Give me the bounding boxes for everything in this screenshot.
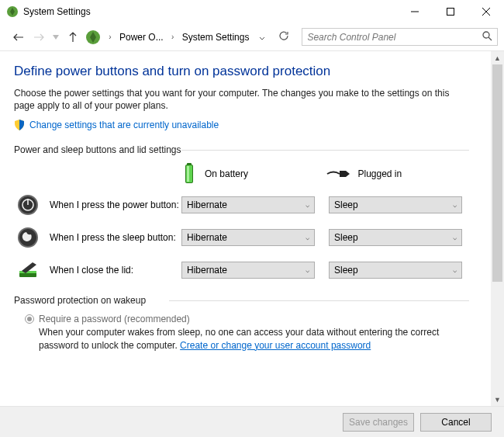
close-button[interactable]	[468, 0, 504, 23]
maximize-button[interactable]	[433, 0, 468, 23]
search-box[interactable]	[302, 28, 498, 46]
group-password-title: Password protection on wakeup	[14, 295, 469, 306]
save-button[interactable]: Save changes	[343, 413, 414, 432]
group-power-sleep-title: Power and sleep buttons and lid settings	[14, 144, 469, 155]
chevron-down-icon: ⌵	[306, 234, 309, 241]
column-headers: On battery Plugged in	[14, 163, 469, 185]
chevron-right-icon[interactable]: ›	[105, 33, 115, 41]
shield-icon	[14, 120, 25, 130]
select-value: Sleep	[334, 265, 358, 276]
radio-label: Require a password (recommended)	[39, 314, 190, 324]
search-input[interactable]	[307, 32, 482, 43]
col-plugged-label: Plugged in	[358, 168, 402, 179]
minimize-button[interactable]	[397, 0, 433, 23]
up-button[interactable]	[65, 29, 81, 45]
breadcrumb-system-settings[interactable]: System Settings	[182, 32, 250, 43]
vertical-scrollbar[interactable]: ▲ ▼	[491, 51, 504, 406]
chevron-down-icon: ⌵	[306, 266, 309, 274]
svg-line-7	[488, 37, 492, 40]
window-title: System Settings	[23, 6, 397, 17]
create-password-link[interactable]: Create or change your user account passw…	[180, 340, 371, 351]
select-value: Hibernate	[187, 265, 227, 276]
page-description: Choose the power settings that you want …	[14, 87, 469, 112]
battery-icon	[181, 163, 197, 185]
power-button-icon	[17, 194, 39, 216]
svg-rect-2	[447, 9, 454, 16]
admin-link-text: Change settings that are currently unava…	[29, 120, 219, 130]
chevron-right-icon[interactable]: ›	[168, 33, 178, 41]
select-value: Hibernate	[187, 199, 227, 210]
svg-rect-11	[187, 166, 189, 182]
select-value: Sleep	[334, 232, 358, 243]
radio-icon	[25, 314, 34, 324]
forward-button[interactable]	[31, 29, 47, 45]
row-lid-label: When I close the lid:	[50, 265, 181, 276]
navbar: › Power O... › System Settings	[0, 23, 504, 51]
plug-icon	[326, 168, 350, 179]
chevron-down-icon: ⌵	[453, 201, 457, 209]
select-sleep-plugged[interactable]: Sleep⌵	[329, 229, 462, 246]
row-power-button: When I press the power button: Hibernate…	[14, 194, 469, 216]
svg-rect-9	[187, 163, 192, 165]
chevron-down-icon: ⌵	[453, 234, 457, 241]
scroll-up-button[interactable]: ▲	[491, 51, 504, 64]
select-sleep-battery[interactable]: Hibernate⌵	[181, 229, 315, 246]
page-title: Define power buttons and turn on passwor…	[14, 64, 469, 79]
select-value: Hibernate	[187, 232, 227, 243]
scroll-down-button[interactable]: ▼	[491, 393, 504, 406]
titlebar: System Settings	[0, 0, 504, 23]
row-power-label: When I press the power button:	[50, 199, 181, 211]
select-lid-plugged[interactable]: Sleep⌵	[329, 262, 462, 279]
scroll-thumb[interactable]	[492, 64, 502, 282]
select-value: Sleep	[334, 199, 358, 210]
footer: Save changes Cancel	[0, 406, 504, 437]
app-icon	[6, 5, 19, 18]
refresh-button[interactable]	[277, 30, 291, 43]
select-lid-battery[interactable]: Hibernate⌵	[181, 262, 315, 279]
radio-require-password: Require a password (recommended)	[25, 314, 469, 324]
chevron-down-icon: ⌵	[306, 201, 309, 209]
col-battery-label: On battery	[205, 168, 248, 179]
cancel-button[interactable]: Cancel	[420, 413, 492, 432]
breadcrumb-dropdown[interactable]	[254, 32, 271, 43]
select-power-battery[interactable]: Hibernate⌵	[181, 196, 315, 213]
content: Define power buttons and turn on passwor…	[0, 51, 491, 406]
sleep-button-icon	[17, 227, 39, 248]
lid-icon	[17, 259, 39, 281]
admin-link[interactable]: Change settings that are currently unava…	[14, 120, 469, 130]
chevron-down-icon: ⌵	[453, 266, 457, 274]
select-power-plugged[interactable]: Sleep⌵	[329, 196, 462, 213]
row-lid: When I close the lid: Hibernate⌵ Sleep⌵	[14, 259, 469, 281]
row-sleep-label: When I press the sleep button:	[50, 232, 181, 244]
search-icon[interactable]	[482, 31, 492, 43]
row-sleep-button: When I press the sleep button: Hibernate…	[14, 227, 469, 248]
svg-point-6	[483, 32, 489, 38]
breadcrumb[interactable]: › Power O... › System Settings	[85, 29, 249, 45]
back-button[interactable]	[11, 29, 26, 45]
radio-description: When your computer wakes from sleep, no …	[25, 326, 469, 351]
breadcrumb-power[interactable]: Power O...	[119, 32, 164, 43]
history-dropdown[interactable]	[51, 29, 60, 45]
breadcrumb-icon	[85, 29, 101, 45]
